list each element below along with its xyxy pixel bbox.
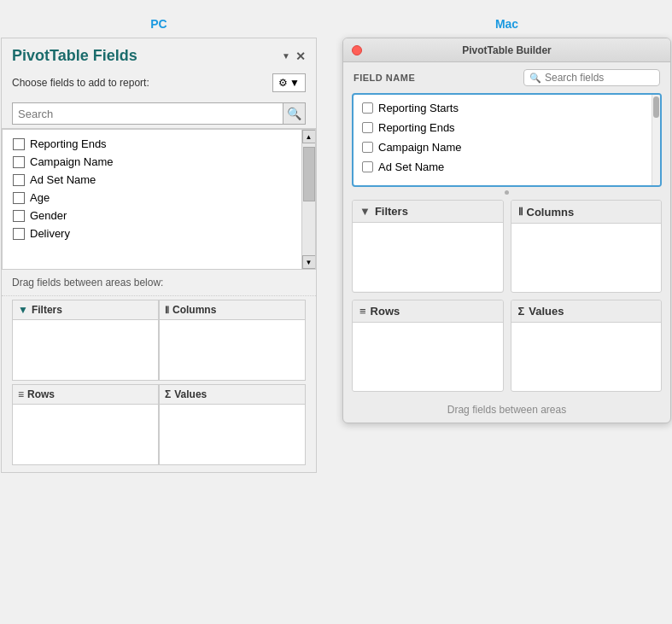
field-label: Reporting Starts — [378, 102, 459, 114]
pc-panel: PivotTable Fields ▼ ✕ Choose fields to a… — [1, 38, 317, 473]
mac-scroll-dots — [343, 190, 670, 195]
field-label: Age — [30, 191, 50, 204]
mac-field-checkbox-reporting-starts[interactable] — [362, 102, 373, 114]
pc-areas-top: ▼ Filters ⦀ Columns — [2, 296, 316, 384]
list-item: Reporting Starts — [354, 98, 652, 118]
main-container: PC PivotTable Fields ▼ ✕ Choose fields t… — [1, 17, 671, 473]
mac-search-icon: 🔍 — [529, 73, 541, 84]
scroll-up-button[interactable]: ▲ — [302, 130, 316, 143]
scroll-dot — [505, 190, 509, 195]
sigma-icon: Σ — [518, 305, 525, 318]
field-checkbox-delivery[interactable] — [13, 228, 25, 240]
field-checkbox-gender[interactable] — [13, 210, 25, 222]
scroll-down-button[interactable]: ▼ — [302, 255, 316, 269]
rows-label: Rows — [371, 305, 400, 318]
pc-values-area[interactable]: Σ Values — [159, 384, 306, 465]
pc-drag-text: Drag fields between areas below: — [2, 270, 316, 296]
gear-dropdown-arrow: ▼ — [289, 77, 300, 89]
mac-bottom-grid: ▼ Filters ⦀ Columns ≡ Rows — [343, 200, 670, 397]
mac-field-checkbox-ad-set-name[interactable] — [362, 161, 373, 172]
list-item: Delivery — [3, 225, 301, 242]
field-checkbox-age[interactable] — [13, 192, 25, 204]
mac-rows-header: ≡ Rows — [353, 300, 503, 323]
rows-icon: ≡ — [359, 305, 366, 318]
list-item: Ad Set Name — [354, 157, 652, 177]
pc-columns-body[interactable] — [160, 320, 305, 380]
pc-rows-body[interactable] — [13, 405, 158, 464]
columns-label: Columns — [172, 304, 216, 316]
mac-field-name-label: FIELD NAME — [354, 73, 415, 83]
rows-label: Rows — [27, 388, 55, 400]
field-label: Campaign Name — [30, 155, 114, 168]
rows-icon: ≡ — [18, 388, 24, 400]
pc-rows-header: ≡ Rows — [13, 385, 158, 405]
mac-columns-body[interactable] — [511, 224, 662, 292]
field-label: Gender — [30, 209, 67, 222]
pc-values-header: Σ Values — [160, 385, 305, 405]
pc-fields-list: Reporting Ends Campaign Name Ad Set Name… — [3, 130, 301, 269]
pc-search-button[interactable]: 🔍 — [283, 102, 306, 125]
pc-gear-button[interactable]: ⚙ ▼ — [272, 73, 306, 92]
mac-titlebar: PivotTable Builder — [343, 38, 670, 62]
mac-search-input[interactable] — [545, 72, 639, 84]
field-label: Campaign Name — [378, 141, 462, 154]
mac-drag-text: Drag fields between areas — [343, 397, 670, 423]
pc-scrollbar[interactable]: ▲ ▼ — [301, 130, 315, 269]
pc-columns-area[interactable]: ⦀ Columns — [159, 300, 306, 381]
filters-label: Filters — [375, 205, 408, 218]
pc-rows-area[interactable]: ≡ Rows — [12, 384, 159, 465]
mac-filters-body[interactable] — [353, 223, 503, 291]
field-label: Delivery — [30, 227, 70, 240]
mac-section: Mac PivotTable Builder FIELD NAME 🔍 — [342, 17, 671, 423]
filters-label: Filters — [32, 304, 62, 316]
field-label: Ad Set Name — [378, 160, 444, 173]
mac-values-body[interactable] — [511, 323, 662, 391]
pc-filters-body[interactable] — [13, 320, 158, 380]
pc-filters-area[interactable]: ▼ Filters — [12, 300, 159, 381]
filter-icon: ▼ — [359, 205, 371, 218]
field-checkbox-reporting-ends[interactable] — [13, 138, 25, 150]
scroll-thumb[interactable] — [303, 147, 315, 201]
mac-field-checkbox-campaign-name[interactable] — [362, 142, 373, 153]
field-checkbox-ad-set-name[interactable] — [13, 174, 25, 186]
list-item: Reporting Ends — [3, 135, 301, 153]
mac-field-checkbox-reporting-ends[interactable] — [362, 122, 373, 133]
mac-rows-body[interactable] — [353, 323, 503, 391]
gear-icon: ⚙ — [278, 77, 288, 89]
pc-section: PC PivotTable Fields ▼ ✕ Choose fields t… — [1, 17, 317, 473]
mac-filters-area[interactable]: ▼ Filters — [352, 200, 504, 293]
mac-fields-list: Reporting Starts Reporting Ends Campaign… — [354, 95, 652, 185]
mac-filters-header: ▼ Filters — [353, 201, 503, 223]
pc-close-icon[interactable]: ✕ — [295, 50, 306, 63]
field-label: Reporting Ends — [378, 121, 455, 134]
field-checkbox-campaign-name[interactable] — [13, 156, 25, 168]
search-icon: 🔍 — [287, 107, 301, 120]
pc-search-input[interactable] — [12, 102, 283, 125]
pc-areas-bottom: ≡ Rows Σ Values — [2, 384, 316, 472]
pc-subheader-text: Choose fields to add to report: — [12, 77, 149, 89]
list-item: Age — [3, 189, 301, 207]
mac-search-box: 🔍 — [523, 69, 660, 86]
columns-icon: ⦀ — [518, 205, 523, 219]
mac-scroll-thumb[interactable] — [653, 96, 659, 118]
field-label: Reporting Ends — [30, 137, 107, 150]
pc-fields-container: Reporting Ends Campaign Name Ad Set Name… — [2, 129, 316, 270]
mac-panel: PivotTable Builder FIELD NAME 🔍 Reportin… — [342, 38, 671, 423]
mac-columns-area[interactable]: ⦀ Columns — [511, 200, 663, 293]
pc-subheader: Choose fields to add to report: ⚙ ▼ — [2, 70, 316, 99]
pc-header: PivotTable Fields ▼ ✕ — [2, 38, 316, 70]
filter-icon: ▼ — [18, 304, 28, 316]
values-label: Values — [529, 305, 564, 318]
pc-dropdown-icon[interactable]: ▼ — [282, 51, 290, 61]
columns-label: Columns — [527, 206, 575, 219]
mac-scrollbar[interactable] — [652, 95, 660, 185]
sigma-icon: Σ — [165, 388, 171, 400]
mac-columns-header: ⦀ Columns — [511, 201, 662, 224]
pc-values-body[interactable] — [160, 405, 305, 464]
pc-columns-header: ⦀ Columns — [160, 300, 305, 320]
mac-values-area[interactable]: Σ Values — [511, 300, 663, 392]
list-item: Ad Set Name — [3, 171, 301, 189]
mac-titlebar-text: PivotTable Builder — [352, 44, 662, 56]
columns-icon: ⦀ — [165, 304, 169, 316]
mac-rows-area[interactable]: ≡ Rows — [352, 300, 504, 392]
